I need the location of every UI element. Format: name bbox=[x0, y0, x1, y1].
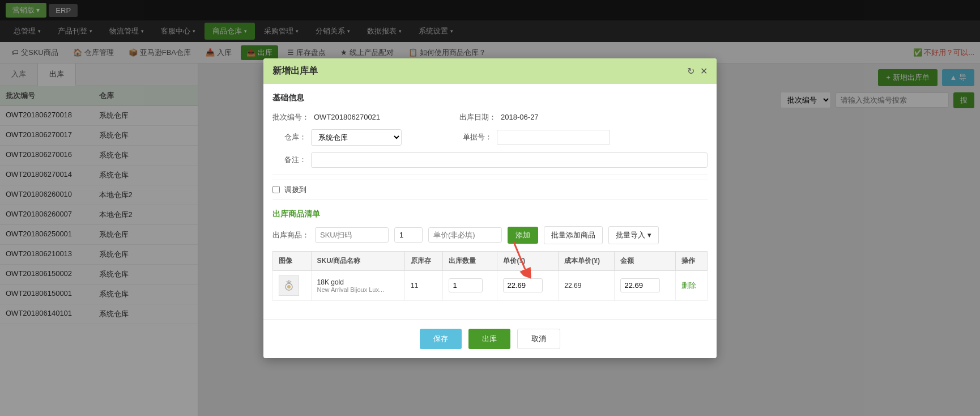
col-amount: 金额 bbox=[615, 251, 676, 270]
basic-info-row2: 仓库： 系统仓库 单据号： bbox=[272, 129, 708, 146]
product-row: 18K gold New Arrival Bijoux Lux... 11 22… bbox=[273, 270, 708, 300]
modal-header-actions: ↻ ✕ bbox=[687, 66, 708, 77]
batch-number-group: 批次编号： OWT201806270021 bbox=[272, 112, 380, 122]
product-input-label: 出库商品： bbox=[272, 230, 309, 240]
date-value: 2018-06-27 bbox=[501, 113, 539, 121]
col-qty: 出库数量 bbox=[443, 251, 497, 270]
warehouse-label: 仓库： bbox=[272, 132, 306, 142]
col-sku: SKU/商品名称 bbox=[311, 251, 404, 270]
submit-outbound-button[interactable]: 出库 bbox=[468, 329, 510, 349]
product-qty-cell bbox=[443, 270, 497, 300]
divider1 bbox=[272, 175, 708, 175]
warehouse-group: 仓库： 系统仓库 bbox=[272, 129, 402, 146]
modal-close-icon[interactable]: ✕ bbox=[700, 66, 708, 77]
modal-overlay: 新增出库单 ↻ ✕ 基础信息 批次编号： OWT201806270021 出库日… bbox=[0, 0, 980, 416]
batch-add-button[interactable]: 批量添加商品 bbox=[544, 226, 603, 244]
modal-body: 基础信息 批次编号： OWT201806270021 出库日期： 2018-06… bbox=[263, 84, 717, 319]
col-price: 单价(¥) bbox=[497, 251, 559, 270]
receipt-input[interactable] bbox=[497, 130, 610, 145]
receipt-group: 单据号： bbox=[458, 130, 610, 145]
batch-value: OWT201806270021 bbox=[314, 113, 380, 121]
col-stock: 原库存 bbox=[404, 251, 443, 270]
product-cost-cell: 22.69 bbox=[559, 270, 615, 300]
col-image: 图像 bbox=[273, 251, 312, 270]
transfer-checkbox[interactable] bbox=[272, 186, 280, 193]
transfer-section: 调拨到 bbox=[272, 180, 708, 200]
product-price-edit[interactable] bbox=[503, 278, 543, 292]
product-qty-edit[interactable] bbox=[449, 278, 483, 292]
modal-header: 新增出库单 ↻ ✕ bbox=[263, 58, 717, 84]
product-table: 图像 SKU/商品名称 原库存 出库数量 单价(¥) 成本单价(¥) 金额 操作 bbox=[272, 251, 708, 301]
product-stock-cell: 11 bbox=[404, 270, 443, 300]
product-qty-input[interactable] bbox=[394, 227, 423, 243]
product-sku-input[interactable] bbox=[315, 227, 389, 243]
product-image bbox=[279, 275, 299, 296]
date-label: 出库日期： bbox=[459, 112, 496, 122]
note-label: 备注： bbox=[272, 155, 306, 165]
product-form-row: 出库商品： 添加 批量添加商品 批量导入 ▾ bbox=[272, 226, 708, 244]
batch-import-button[interactable]: 批量导入 ▾ bbox=[608, 226, 659, 244]
modal-refresh-icon[interactable]: ↻ bbox=[687, 66, 694, 77]
product-price-cell bbox=[497, 270, 559, 300]
note-group: 备注： bbox=[272, 152, 708, 168]
warehouse-select[interactable]: 系统仓库 bbox=[311, 129, 402, 146]
save-button[interactable]: 保存 bbox=[420, 329, 462, 349]
product-price-input[interactable] bbox=[428, 227, 502, 243]
product-amount-edit[interactable] bbox=[620, 278, 660, 292]
basic-info-row1: 批次编号： OWT201806270021 出库日期： 2018-06-27 bbox=[272, 112, 708, 122]
add-product-button[interactable]: 添加 bbox=[508, 227, 538, 244]
cancel-button[interactable]: 取消 bbox=[517, 329, 560, 349]
product-name: 18K gold bbox=[317, 278, 399, 286]
product-image-cell bbox=[273, 270, 312, 300]
basic-info-title: 基础信息 bbox=[272, 93, 708, 105]
product-amount-cell bbox=[615, 270, 676, 300]
note-input[interactable] bbox=[311, 152, 708, 168]
modal-dialog: 新增出库单 ↻ ✕ 基础信息 批次编号： OWT201806270021 出库日… bbox=[263, 58, 717, 358]
product-name-cell: 18K gold New Arrival Bijoux Lux... bbox=[311, 270, 404, 300]
batch-label: 批次编号： bbox=[272, 112, 309, 122]
date-group: 出库日期： 2018-06-27 bbox=[459, 112, 539, 122]
product-action-cell: 删除 bbox=[676, 270, 708, 300]
modal-title: 新增出库单 bbox=[272, 65, 318, 77]
col-cost-price: 成本单价(¥) bbox=[559, 251, 615, 270]
product-list-title: 出库商品清单 bbox=[272, 209, 708, 219]
transfer-label: 调拨到 bbox=[284, 185, 306, 195]
receipt-label: 单据号： bbox=[458, 132, 492, 142]
col-action: 操作 bbox=[676, 251, 708, 270]
basic-info-row3: 备注： bbox=[272, 152, 708, 168]
delete-link[interactable]: 删除 bbox=[681, 281, 696, 290]
modal-footer: 保存 出库 取消 bbox=[263, 319, 717, 358]
product-subname: New Arrival Bijoux Lux... bbox=[317, 286, 399, 293]
svg-point-6 bbox=[287, 285, 291, 288]
